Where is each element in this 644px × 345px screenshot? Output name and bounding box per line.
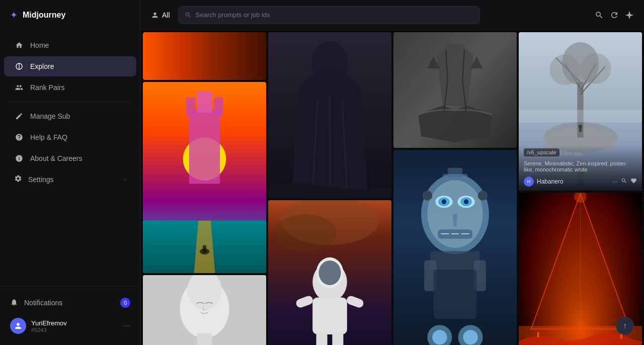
svg-point-46	[478, 191, 488, 201]
rank-pairs-icon	[14, 82, 24, 93]
sparkle-icon[interactable]	[625, 11, 634, 20]
sidebar-item-manage-sub[interactable]: Manage Sub	[4, 106, 136, 126]
sidebar-bottom: Notifications 0 YuriEfremov #5243 ···	[0, 286, 140, 345]
overlay-avatar: H	[524, 177, 534, 187]
search-input[interactable]	[196, 11, 473, 19]
svg-point-45	[423, 191, 433, 201]
svg-rect-48	[448, 168, 462, 177]
gallery-column-3	[393, 32, 517, 345]
gallery-column-1	[143, 32, 266, 345]
gallery-column-4: /v6_upscale 3 hrs ago Serene, Minimalist…	[519, 32, 642, 345]
svg-rect-58	[519, 110, 642, 122]
home-icon	[14, 40, 24, 50]
sidebar-item-settings[interactable]: Settings ›	[4, 169, 136, 189]
help-faq-icon	[14, 132, 24, 142]
sidebar-header: ✦ Midjourney	[0, 0, 140, 30]
help-faq-label: Help & FAQ	[30, 133, 67, 141]
gallery-item-robot-face[interactable]	[393, 150, 517, 345]
rank-pairs-label: Rank Pairs	[30, 83, 64, 92]
about-careers-label: About & Careers	[30, 154, 83, 162]
bell-icon	[10, 298, 18, 308]
notifications-label: Notifications	[24, 299, 62, 307]
svg-rect-12	[197, 333, 212, 345]
about-careers-icon	[14, 153, 24, 163]
notifications-badge: 0	[120, 298, 130, 308]
home-label: Home	[30, 41, 49, 49]
search-bar-icon	[185, 12, 192, 19]
topbar-icons	[595, 11, 634, 20]
svg-point-44	[463, 330, 477, 344]
gallery-item-astronaut[interactable]	[268, 200, 391, 345]
user-info: YuriEfremov #5243	[31, 319, 119, 333]
svg-rect-5	[197, 92, 212, 113]
gallery-item-desert-castle[interactable]	[143, 82, 266, 273]
overlay-search-icon[interactable]	[621, 178, 627, 186]
overlay-footer: H Habanero ···	[524, 177, 637, 187]
overlay-heart-icon[interactable]	[630, 178, 637, 186]
topbar: All	[141, 0, 644, 30]
username: YuriEfremov	[31, 319, 119, 327]
masonry-grid: /v6_upscale 3 hrs ago Serene, Minimalist…	[141, 30, 644, 345]
svg-point-20	[318, 261, 341, 285]
card-overlay: /v6_upscale 3 hrs ago Serene, Minimalist…	[519, 144, 642, 191]
svg-point-34	[442, 199, 447, 204]
svg-rect-67	[620, 334, 622, 338]
avatar	[10, 318, 26, 334]
scroll-top-icon: ↑	[623, 321, 627, 330]
user-profile[interactable]: YuriEfremov #5243 ···	[0, 313, 140, 339]
notifications-item[interactable]: Notifications 0	[0, 293, 140, 313]
svg-rect-40	[434, 270, 477, 319]
filter-label: All	[162, 11, 170, 19]
overlay-time: 3 hrs ago	[559, 150, 583, 156]
settings-arrow-icon: ›	[124, 176, 126, 183]
svg-rect-21	[312, 297, 347, 334]
sidebar: ✦ Midjourney Home Explore Rank Pairs	[0, 0, 141, 345]
gallery-item-stone-face[interactable]	[393, 32, 517, 148]
svg-point-54	[581, 53, 611, 84]
overlay-description: Serene, Minimalistic, Zen-inspired, post…	[524, 160, 637, 172]
svg-point-53	[549, 54, 580, 85]
svg-rect-24	[316, 331, 328, 345]
gallery-item-floating-island[interactable]: /v6_upscale 3 hrs ago Serene, Minimalist…	[519, 32, 642, 191]
svg-point-43	[432, 330, 447, 344]
overlay-actions: ···	[612, 178, 637, 186]
more-options-icon[interactable]: ···	[612, 178, 618, 186]
sidebar-item-rank-pairs[interactable]: Rank Pairs	[4, 77, 136, 98]
gallery-item-top-strip[interactable]	[143, 32, 266, 80]
user-more-icon[interactable]: ···	[124, 321, 130, 330]
manage-sub-label: Manage Sub	[30, 112, 70, 120]
gallery-item-white-statue[interactable]	[143, 275, 266, 345]
settings-icon	[14, 175, 22, 184]
gallery-item-robed-figure[interactable]	[268, 32, 391, 198]
main-content: All	[141, 0, 644, 345]
sidebar-item-about-careers[interactable]: About & Careers	[4, 148, 136, 168]
sidebar-item-explore[interactable]: Explore	[4, 56, 136, 76]
nav-divider-1	[10, 102, 130, 102]
svg-rect-25	[332, 331, 343, 345]
sidebar-item-help-faq[interactable]: Help & FAQ	[4, 127, 136, 147]
user-id: #5243	[31, 327, 119, 333]
sidebar-nav: Home Explore Rank Pairs Manage Sub He	[0, 30, 140, 286]
refresh-icon[interactable]	[610, 11, 619, 20]
gallery-column-2	[268, 32, 391, 345]
search-bar	[178, 6, 480, 24]
svg-rect-3	[186, 98, 195, 116]
scroll-top-button[interactable]: ↑	[616, 317, 634, 335]
sidebar-item-home[interactable]: Home	[4, 35, 136, 55]
svg-point-35	[464, 199, 469, 204]
manage-sub-icon	[14, 111, 24, 121]
overlay-tag: /v6_upscale	[524, 148, 559, 156]
app-name: Midjourney	[23, 11, 65, 20]
filter-button[interactable]: All	[151, 11, 170, 19]
logo-icon: ✦	[10, 10, 18, 21]
explore-label: Explore	[30, 62, 54, 70]
svg-rect-4	[214, 98, 223, 116]
explore-icon	[14, 61, 24, 71]
svg-rect-66	[537, 332, 539, 337]
svg-rect-37	[431, 251, 480, 270]
svg-point-17	[274, 214, 336, 251]
settings-label: Settings	[28, 176, 54, 184]
search-icon[interactable]	[595, 11, 604, 20]
gallery: /v6_upscale 3 hrs ago Serene, Minimalist…	[141, 30, 644, 345]
svg-rect-8	[203, 245, 206, 253]
